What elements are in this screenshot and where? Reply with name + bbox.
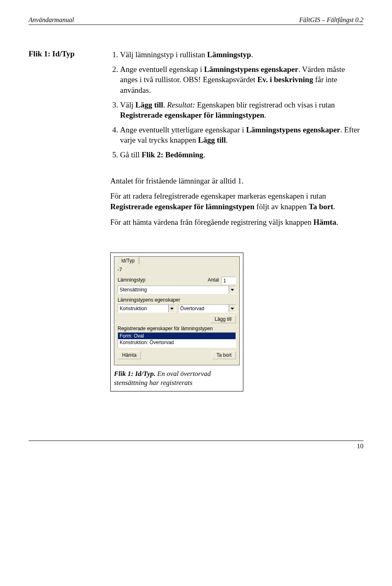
chevron-down-icon: [229, 305, 236, 312]
para-3: För att hämta värdena från föregående re…: [110, 217, 363, 228]
lamningstyp-value: Stensättning: [118, 287, 149, 293]
lagg-till-button[interactable]: Lägg till: [210, 315, 236, 323]
lamningstyp-select[interactable]: Stensättning: [118, 286, 236, 294]
page-footer: 10: [29, 441, 363, 450]
egenskap1-value: Konstruktion: [118, 306, 149, 311]
id-value: -7: [118, 267, 236, 273]
header-right: FältGIS – Fältfångst 0.2: [299, 16, 363, 24]
step-1: Välj lämningstyp i rullistan Lämningstyp…: [120, 49, 363, 60]
page-header: Användarmanual FältGIS – Fältfångst 0.2: [29, 16, 363, 25]
egenskap2-select[interactable]: Övertorvad: [178, 304, 236, 313]
chevron-down-icon: [168, 305, 175, 312]
chevron-down-icon: [229, 286, 236, 293]
tab-idtyp[interactable]: Id/Typ: [117, 257, 139, 264]
label-lamningstyp: Lämningstyp: [118, 277, 145, 283]
label-antal: Antal: [208, 277, 219, 283]
para-2: För att radera felregistrerade egenskape…: [110, 191, 363, 212]
paragraphs: Antalet för fristående lämningar är allt…: [110, 176, 363, 233]
caption-prefix: Flik 1: Id/Typ.: [114, 370, 156, 378]
list-item-selected[interactable]: Form: Oval: [118, 333, 236, 339]
step-2: Ange eventuell egenskap i Lämningstypens…: [120, 64, 363, 96]
hamta-button[interactable]: Hämta: [118, 351, 141, 359]
figure-caption: Flik 1: Id/Typ. En oval övertorvad stens…: [114, 369, 240, 387]
dialog-mock: Id/Typ -7 Lämningstyp Antal 1 Stensättni…: [114, 256, 240, 365]
step-5: Gå till Flik 2: Bedömning.: [120, 150, 363, 160]
header-left: Användarmanual: [29, 16, 74, 24]
label-egenskaper: Lämningstypens egenskaper: [118, 297, 236, 303]
registered-listbox[interactable]: Form: Oval Konstruktion: Övertorvad: [118, 332, 236, 348]
label-reg: Registrerade egenskaper för lämningstype…: [118, 326, 236, 331]
page-number: 10: [357, 443, 363, 450]
egenskap2-value: Övertorvad: [178, 306, 206, 311]
tabort-button[interactable]: Ta bort: [212, 351, 236, 359]
para-1: Antalet för fristående lämningar är allt…: [110, 176, 363, 186]
antal-input[interactable]: 1: [221, 277, 236, 284]
step-4: Ange eventuellt ytterligare egenskapar i…: [120, 125, 363, 145]
list-item[interactable]: Konstruktion: Övertorvad: [118, 339, 236, 346]
instruction-steps: Välj lämningstyp i rullistan Lämningstyp…: [110, 49, 363, 164]
step-3: Välj Lägg till. Resultat: Egenskapen bli…: [120, 100, 363, 121]
figure-block: Id/Typ -7 Lämningstyp Antal 1 Stensättni…: [110, 253, 243, 391]
egenskap1-select[interactable]: Konstruktion: [118, 304, 176, 313]
side-heading: Flik 1: Id/Typ: [29, 49, 110, 164]
